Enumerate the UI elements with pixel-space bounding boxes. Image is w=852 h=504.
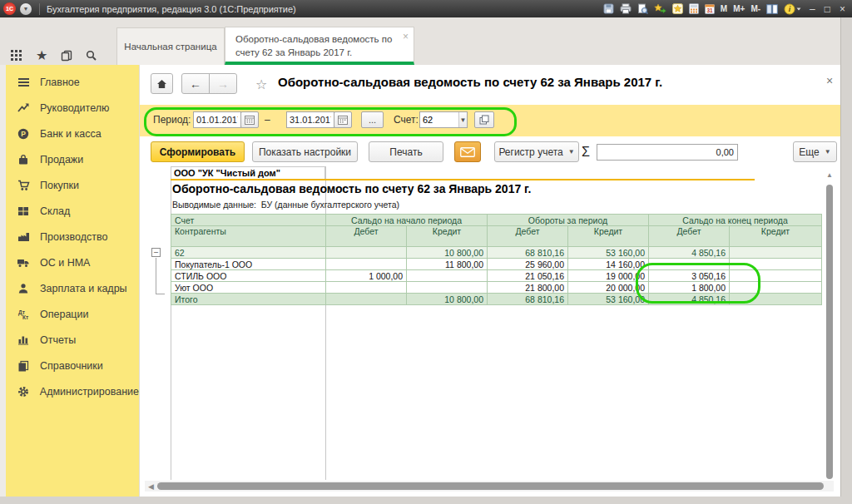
memory-button-mplus[interactable]: M+ [733,4,745,13]
sidebar-item-label: Главное [40,77,80,88]
value-cell[interactable]: 10 800,00 [407,294,488,305]
period-to-calendar-button[interactable] [334,111,352,128]
row-name-cell[interactable]: Итого [171,294,326,305]
scroll-up-icon[interactable]: ▲ [826,171,833,179]
value-cell[interactable] [326,259,407,270]
account-input[interactable] [420,112,458,127]
close-icon[interactable]: × [838,4,847,14]
system-menu-icon[interactable]: ▼ [20,3,32,15]
print-icon[interactable] [620,2,632,15]
value-cell[interactable]: 53 160,00 [568,247,649,259]
row-name-cell[interactable]: Уют ООО [171,282,326,294]
sum-field[interactable] [597,144,738,161]
favorites-star-icon[interactable]: ★ [36,50,47,62]
sidebar-item-glavnoe[interactable]: Главное [6,69,139,95]
period-choice-button[interactable]: ... [361,111,384,128]
print-preview-icon[interactable] [637,2,648,15]
annotation-highlight-values [636,263,760,304]
favorite-toggle-icon[interactable]: ☆ [255,77,267,92]
sidebar-item-spravochniki[interactable]: Справочники [6,353,139,378]
value-cell[interactable] [326,247,407,259]
save-icon[interactable] [603,2,614,15]
sidebar-item-otchety[interactable]: Отчеты [6,327,139,353]
value-cell[interactable]: 4 850,16 [649,247,730,259]
sidebar-item-administrirovanie[interactable]: Администрирование [6,378,139,404]
tab-home[interactable]: Начальная страница [116,27,225,65]
value-cell[interactable]: 53 160,00 [568,294,649,305]
horizontal-scrollbar[interactable]: ◀ [145,481,834,492]
sidebar-item-sklad[interactable]: Склад [6,198,139,224]
sidebar-item-operacii[interactable]: ДтКтОперации [6,301,139,327]
value-cell[interactable]: 21 800,00 [488,282,568,294]
app-logo-1c-icon[interactable]: 1С [3,2,16,15]
row-name-cell[interactable]: СТИЛЬ ООО [171,270,326,282]
send-email-button[interactable] [454,141,481,162]
value-cell[interactable]: 68 810,16 [488,294,568,305]
column-header: Дебет [649,226,730,247]
tab-close-icon[interactable]: × [403,30,409,43]
add-favorite-icon[interactable] [654,2,666,15]
value-cell[interactable]: 25 960,00 [488,259,568,270]
sum-sigma-icon: Σ [582,145,590,160]
sidebar-item-os-i-nma[interactable]: ОС и НМА [6,250,139,275]
vertical-scroll-thumb[interactable] [826,185,833,479]
period-from-input[interactable] [193,111,241,128]
value-cell[interactable] [407,270,488,282]
more-menu-button[interactable]: Еще ▼ [793,141,837,162]
back-button[interactable]: ← [181,73,210,94]
trend-icon [16,101,31,114]
value-cell[interactable] [407,282,488,294]
generate-button[interactable]: Сформировать [151,141,245,162]
value-cell[interactable] [326,294,407,305]
sidebar-item-rukovoditelyu[interactable]: Руководителю [6,95,139,121]
chevron-down-icon[interactable]: ▼ [458,112,467,127]
search-icon[interactable] [86,49,97,62]
show-settings-button[interactable]: Показать настройки [252,141,358,162]
value-cell[interactable]: 14 160,00 [568,259,649,270]
register-menu-button[interactable]: Регистр учета ▼ [494,141,579,162]
value-cell[interactable]: 1 000,00 [326,270,407,282]
form-close-icon[interactable]: × [826,74,833,87]
value-cell[interactable]: 11 800,00 [407,259,488,270]
vertical-scrollbar[interactable]: ▲ [825,171,835,481]
history-icon[interactable] [61,49,72,62]
sidebar-item-zarplata-i-kadry[interactable]: Зарплата и кадры [6,275,139,301]
sidebar-item-label: Руководителю [40,102,109,114]
split-window-icon[interactable] [766,2,778,15]
value-cell[interactable]: 10 800,00 [407,247,488,259]
account-select-button[interactable] [474,111,494,128]
sidebar-item-proizvodstvo[interactable]: Производство [6,224,139,250]
row-name-cell[interactable]: 62 [171,247,326,259]
print-button[interactable]: Печать [369,141,443,162]
sidebar-item-pokupki[interactable]: Покупки [6,172,139,198]
value-cell[interactable]: 68 810,16 [488,247,568,259]
minimize-icon[interactable]: – [808,4,817,14]
apps-menu-icon[interactable] [8,49,22,62]
forward-button[interactable]: → [209,73,237,94]
memory-button-m[interactable]: M [721,4,727,13]
memory-button-mminus[interactable]: M- [750,4,760,13]
tab-report[interactable]: Оборотно-сальдовая ведомость по счету 62… [225,27,414,65]
favorites-icon[interactable] [672,2,683,15]
sidebar-item-bank-i-kassa[interactable]: РБанк и касса [6,121,139,146]
value-cell[interactable]: 21 050,16 [488,270,568,282]
chevron-down-icon: ▼ [825,148,831,156]
value-cell[interactable] [326,282,407,294]
sidebar-item-prodazhi[interactable]: Продажи [6,146,139,172]
calculator-icon[interactable] [689,2,699,15]
group-collapse-toggle[interactable]: – [151,248,161,257]
calendar-icon[interactable]: 31 [705,2,715,15]
column-group-header: Счет [171,215,326,226]
home-button[interactable] [151,73,173,94]
scroll-left-icon[interactable]: ◀ [145,482,157,491]
info-icon[interactable]: i [784,2,802,15]
company-name-cell[interactable]: ООО "УК "Чистый дом" [171,166,325,179]
value-cell[interactable] [730,247,822,259]
period-to-input[interactable] [286,111,334,128]
boxes-icon [16,205,31,217]
horizontal-scroll-thumb[interactable] [157,482,824,490]
period-from-calendar-button[interactable] [240,111,259,128]
maximize-icon[interactable]: □ [823,4,832,14]
row-name-cell[interactable]: Покупатель-1 ООО [171,259,326,270]
calendar-icon [245,116,255,125]
